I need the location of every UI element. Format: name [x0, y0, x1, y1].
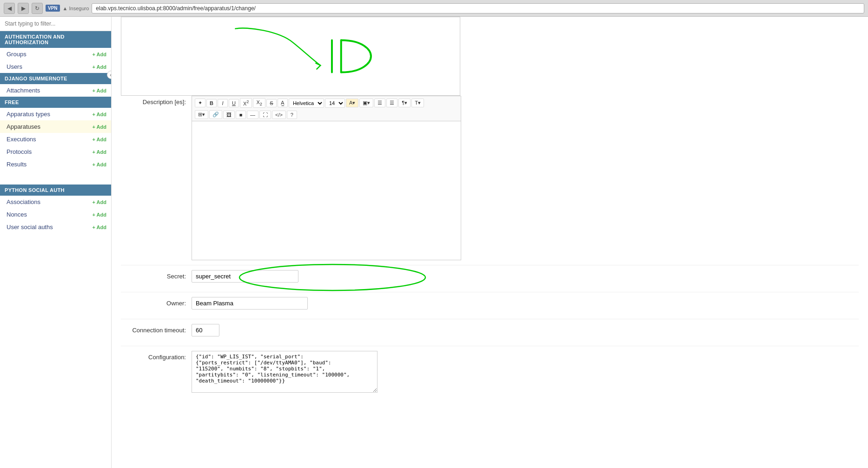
editor-toolbar: ✦ B I U X2 X2 S A̲ Helvetica — [192, 96, 461, 121]
description-label: Description [es]: — [121, 96, 186, 105]
tb-italic-btn[interactable]: I — [218, 99, 228, 107]
sidebar-item-associations[interactable]: Associations + Add — [0, 196, 111, 208]
apparatus-types-label: Apparatus types — [7, 111, 50, 118]
form-area: Description [es]: ✦ B I U X2 X2 S A̲ — [112, 17, 868, 413]
editor-body[interactable] — [192, 121, 461, 260]
connection-timeout-label: Connection timeout: — [121, 324, 186, 334]
results-label: Results — [7, 161, 27, 168]
tb-video-btn[interactable]: ■ — [236, 111, 246, 119]
apparatuses-add[interactable]: + Add — [93, 124, 106, 130]
forward-button[interactable]: ▶ — [18, 3, 29, 14]
sidebar-item-apparatus-types[interactable]: Apparatus types + Add — [0, 108, 111, 120]
tb-bg-color-btn[interactable]: ▣▾ — [359, 99, 373, 107]
protocols-label: Protocols — [7, 148, 32, 155]
annotation-area — [121, 17, 460, 96]
configuration-label: Configuration: — [121, 351, 186, 361]
connection-timeout-row: Connection timeout: — [121, 319, 859, 341]
tb-font-color-btn[interactable]: A▾ — [346, 99, 358, 107]
apparatus-types-add[interactable]: + Add — [93, 112, 106, 117]
secret-row: Secret: — [121, 265, 859, 287]
tb-ol-btn[interactable]: ☰ — [386, 99, 398, 107]
tb-help-btn[interactable]: ? — [287, 111, 297, 119]
tb-table-btn[interactable]: ⊞▾ — [195, 110, 208, 119]
groups-add[interactable]: + Add — [93, 52, 106, 57]
description-field: ✦ B I U X2 X2 S A̲ Helvetica — [192, 96, 461, 260]
address-bar[interactable]: elab.vps.tecnico.ulisboa.pt:8000/admin/f… — [92, 3, 864, 13]
protocols-add[interactable]: + Add — [93, 149, 106, 155]
attachments-add[interactable]: + Add — [93, 88, 106, 93]
tb-font-select[interactable]: Helvetica — [289, 99, 324, 108]
executions-label: Executions — [7, 136, 36, 143]
tb-underline-btn[interactable]: U — [229, 99, 239, 107]
tb-hr-btn[interactable]: — — [247, 111, 258, 119]
secret-section-wrapper: Secret: — [121, 265, 859, 287]
sidebar-section-summernote: DJANGO SUMMERNOTE — [0, 73, 111, 84]
reload-button[interactable]: ↻ — [32, 3, 43, 14]
sidebar-item-executions[interactable]: Executions + Add — [0, 133, 111, 145]
configuration-row: Configuration: {"id": "WP_LIS_IST", "ser… — [121, 346, 859, 399]
main-content: Description [es]: ✦ B I U X2 X2 S A̲ — [112, 17, 868, 468]
app-layout: AUTHENTICATION AND AUTHORIZATION Groups … — [0, 17, 868, 468]
tb-subscript-btn[interactable]: X2 — [253, 98, 265, 108]
sidebar-section-free: FREE — [0, 97, 111, 108]
green-id-annotation — [121, 17, 460, 95]
sidebar-section-auth: AUTHENTICATION AND AUTHORIZATION — [0, 31, 111, 48]
apparatuses-label: Apparatuses — [7, 123, 40, 130]
tb-link-btn[interactable]: 🔗 — [209, 110, 222, 119]
sidebar-item-attachments[interactable]: Attachments + Add — [0, 84, 111, 97]
sidebar-item-users[interactable]: Users + Add — [0, 60, 111, 73]
tb-fullscreen-btn[interactable]: ⛶ — [259, 111, 271, 119]
sidebar-item-protocols[interactable]: Protocols + Add — [0, 145, 111, 158]
sidebar-item-results[interactable]: Results + Add — [0, 158, 111, 171]
back-button[interactable]: ◀ — [4, 3, 15, 14]
owner-field-wrapper — [192, 297, 461, 310]
tb-strike-btn[interactable]: S — [266, 99, 277, 107]
tb-style-btn[interactable]: T▾ — [411, 99, 424, 107]
configuration-field-wrapper: {"id": "WP_LIS_IST", "serial_port": {"po… — [192, 351, 461, 394]
connection-timeout-field-wrapper — [192, 324, 461, 336]
owner-label: Owner: — [121, 297, 186, 307]
secret-label: Secret: — [121, 270, 186, 280]
sidebar-item-groups[interactable]: Groups + Add — [0, 48, 111, 60]
tb-code-btn[interactable]: </> — [272, 111, 286, 119]
user-social-auths-label: User social auths — [7, 224, 53, 231]
description-row: Description [es]: ✦ B I U X2 X2 S A̲ — [121, 96, 859, 260]
tb-clear-format-btn[interactable]: A̲ — [278, 99, 288, 107]
users-label: Users — [7, 63, 22, 70]
toolbar-row-1: ✦ B I U X2 X2 S A̲ Helvetica — [195, 98, 458, 108]
tb-ul-btn[interactable]: ☰ — [374, 99, 385, 107]
tb-superscript-btn[interactable]: X2 — [240, 98, 252, 108]
groups-label: Groups — [7, 51, 27, 58]
filter-input[interactable] — [0, 17, 111, 31]
users-add[interactable]: + Add — [93, 64, 106, 70]
sidebar-item-nonces[interactable]: Nonces + Add — [0, 208, 111, 221]
nonces-add[interactable]: + Add — [93, 212, 106, 218]
results-add[interactable]: + Add — [93, 162, 106, 167]
tb-image-btn[interactable]: 🖼 — [223, 111, 235, 119]
browser-chrome: ◀ ▶ ↻ VPN ▲ Inseguro elab.vps.tecnico.ul… — [0, 0, 868, 17]
tb-bold-btn[interactable]: B — [206, 99, 217, 107]
tb-magic-btn[interactable]: ✦ — [195, 99, 205, 107]
executions-add[interactable]: + Add — [93, 137, 106, 142]
secret-input[interactable] — [192, 270, 298, 283]
sidebar-item-user-social-auths[interactable]: User social auths + Add — [0, 221, 111, 233]
toolbar-row-2: ⊞▾ 🔗 🖼 ■ — ⛶ </> ? — [195, 110, 458, 119]
sidebar-item-apparatuses[interactable]: Apparatuses + Add — [0, 120, 111, 133]
configuration-textarea[interactable]: {"id": "WP_LIS_IST", "serial_port": {"po… — [192, 351, 378, 393]
associations-add[interactable]: + Add — [93, 199, 106, 205]
sidebar: AUTHENTICATION AND AUTHORIZATION Groups … — [0, 17, 112, 468]
attachments-label: Attachments — [7, 87, 40, 94]
owner-row: Owner: — [121, 292, 859, 314]
tb-para-btn[interactable]: ¶▾ — [398, 99, 411, 107]
owner-input[interactable] — [192, 297, 308, 310]
sidebar-section-social-auth: PYTHON SOCIAL AUTH — [0, 185, 111, 196]
nonces-label: Nonces — [7, 211, 27, 218]
connection-timeout-input[interactable] — [192, 324, 219, 336]
associations-label: Associations — [7, 198, 40, 205]
user-social-auths-add[interactable]: + Add — [93, 224, 106, 230]
vpn-badge: VPN — [46, 5, 60, 12]
tb-size-select[interactable]: 14 — [325, 99, 345, 108]
sidebar-filter[interactable] — [0, 17, 111, 31]
insecure-badge: ▲ Inseguro — [63, 6, 89, 11]
secret-field-wrapper — [192, 270, 461, 283]
